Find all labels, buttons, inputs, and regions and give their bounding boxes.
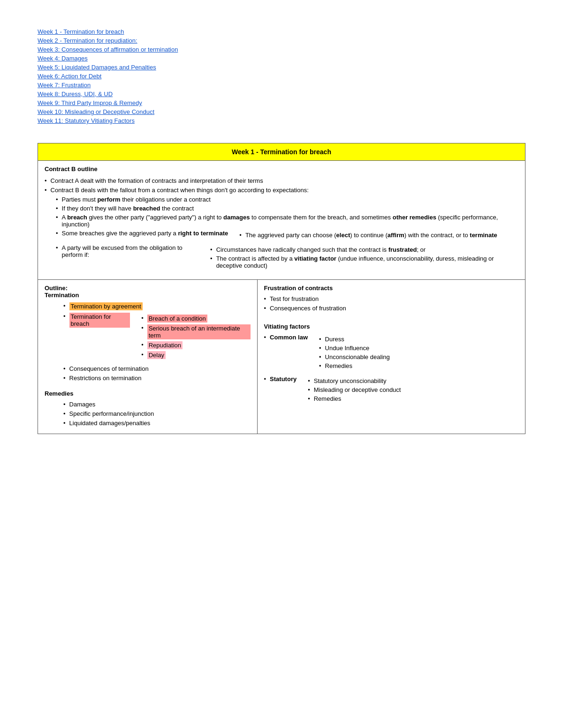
bullet-text: The contract is affected by a vitiating … bbox=[216, 255, 518, 269]
toc-link-week8[interactable]: Week 8: Duress, UDI, & UD bbox=[38, 90, 525, 98]
list-item: Common law Duress Undue Influence Uncons… bbox=[264, 334, 518, 373]
sub-sub-list: The aggrieved party can choose (elect) t… bbox=[239, 232, 497, 240]
toc-link-week9[interactable]: Week 9: Third Party Improp & Remedy bbox=[38, 99, 525, 106]
bullet-text: Breach of a condition bbox=[147, 315, 207, 323]
bullet-text: Contract B deals with the fallout from a… bbox=[51, 187, 309, 194]
bullet-text: Delay bbox=[147, 351, 166, 359]
statutory-list: Statutory unconscionability Misleading o… bbox=[308, 377, 401, 404]
bullet-text: Misleading or deceptive conduct bbox=[314, 386, 401, 393]
bullet-text: Some breaches give the aggrieved party a… bbox=[62, 230, 228, 237]
table-header-row: Week 1 - Termination for breach bbox=[38, 143, 525, 161]
list-item: Serious breach of an intermediate term bbox=[141, 324, 250, 339]
contract-b-title: Contract B outline bbox=[45, 165, 518, 173]
list-item: Misleading or deceptive conduct bbox=[308, 386, 401, 393]
list-item: Unconscionable dealing bbox=[319, 353, 390, 360]
contract-b-sub-list: Parties must perform their obligations u… bbox=[56, 196, 518, 273]
list-item: Delay bbox=[141, 351, 250, 359]
bullet-text: Consequences of termination bbox=[69, 365, 149, 372]
toc-link-week11[interactable]: Week 11: Statutory Vitiating Factors bbox=[38, 117, 525, 124]
list-item: Remedies bbox=[319, 362, 390, 369]
bullet-text: The aggrieved party can choose (elect) t… bbox=[245, 232, 497, 239]
list-item: Parties must perform their obligations u… bbox=[56, 196, 518, 203]
contract-b-row: Contract B outline Contract A dealt with… bbox=[38, 161, 525, 280]
list-item: A party will be excused from the obligat… bbox=[56, 244, 518, 273]
bullet-text: Serious breach of an intermediate term bbox=[147, 324, 251, 339]
bullet-text: Termination for breach bbox=[69, 313, 130, 328]
common-law-title: Common law bbox=[270, 334, 308, 341]
list-item: If they don't they will have breached th… bbox=[56, 205, 518, 212]
list-item: Undue Influence bbox=[319, 345, 390, 352]
week-title: Week 1 - Termination for breach bbox=[38, 143, 525, 161]
list-item: Contract A dealt with the formation of c… bbox=[45, 177, 518, 184]
termination-sub-list: Breach of a condition Serious breach of … bbox=[141, 315, 250, 361]
bullet-text: Statutory unconscionability bbox=[314, 377, 387, 384]
toc-link-week4[interactable]: Week 4: Damages bbox=[38, 55, 525, 62]
contract-b-list: Contract A dealt with the formation of c… bbox=[45, 177, 518, 194]
outline-header: Outline: Termination bbox=[45, 285, 251, 299]
bullet-text: Undue Influence bbox=[325, 345, 370, 352]
list-item: The contract is affected by a vitiating … bbox=[210, 255, 518, 269]
bullet-text: Circumstances have radically changed suc… bbox=[216, 246, 426, 253]
list-item: A breach gives the other party ("aggriev… bbox=[56, 214, 518, 228]
list-item: Some breaches give the aggrieved party a… bbox=[56, 230, 518, 242]
list-item: Test for frustration bbox=[264, 295, 518, 302]
list-item: Specific performance/injunction bbox=[63, 410, 251, 417]
bullet-text: Duress bbox=[325, 336, 344, 343]
list-item: Contract B deals with the fallout from a… bbox=[45, 187, 518, 194]
frustration-col: Frustration of contracts Test for frustr… bbox=[257, 280, 525, 434]
bullet-text: Unconscionable dealing bbox=[325, 353, 390, 360]
toc-link-week10[interactable]: Week 10: Misleading or Deceptive Conduct bbox=[38, 108, 525, 115]
outline-title: Outline: bbox=[45, 285, 68, 292]
bullet-text: Damages bbox=[69, 401, 96, 408]
bullet-text: A party will be excused from the obligat… bbox=[62, 244, 199, 258]
main-content-table: Week 1 - Termination for breach Contract… bbox=[38, 143, 525, 434]
list-item: Consequences of termination bbox=[63, 365, 251, 372]
outline-col: Outline: Termination Termination by agre… bbox=[38, 280, 258, 434]
bullet-text: Parties must perform their obligations u… bbox=[62, 196, 211, 203]
remedies-list: Damages Specific performance/injunction … bbox=[63, 401, 251, 427]
table-of-contents: Week 1 - Termination for breach Week 2 -… bbox=[38, 28, 525, 124]
bullet-text: Liquidated damages/penalties bbox=[69, 420, 151, 427]
outline-subtitle: Termination bbox=[45, 292, 79, 299]
two-col-row: Outline: Termination Termination by agre… bbox=[38, 280, 525, 434]
bullet-text: Specific performance/injunction bbox=[69, 410, 154, 417]
bullet-text: Test for frustration bbox=[270, 295, 319, 302]
bullet-text: If they don't they will have breached th… bbox=[62, 205, 194, 212]
bullet-text: Remedies bbox=[325, 362, 353, 369]
toc-link-week3[interactable]: Week 3: Consequences of affirmation or t… bbox=[38, 46, 525, 53]
bullet-text: A breach gives the other party ("aggriev… bbox=[62, 214, 518, 228]
toc-link-week2[interactable]: Week 2 - Termination for repudiation: bbox=[38, 37, 525, 44]
list-item: The aggrieved party can choose (elect) t… bbox=[239, 232, 497, 239]
toc-link-week5[interactable]: Week 5: Liquidated Damages and Penalties bbox=[38, 64, 525, 71]
outline-list: Termination by agreement Termination for… bbox=[63, 302, 251, 382]
bullet-text: Remedies bbox=[314, 395, 342, 402]
list-item: Damages bbox=[63, 401, 251, 408]
frustration-list: Test for frustration Consequences of fru… bbox=[264, 295, 518, 312]
list-item: Termination for breach Breach of a condi… bbox=[63, 313, 251, 363]
list-item: Duress bbox=[319, 336, 390, 343]
bullet-text: Restrictions on termination bbox=[69, 375, 142, 382]
common-law-list: Duress Undue Influence Unconscionable de… bbox=[319, 336, 390, 371]
vitiating-list: Common law Duress Undue Influence Uncons… bbox=[264, 334, 518, 406]
list-item: Statutory unconscionability bbox=[308, 377, 401, 384]
contract-b-section: Contract B outline Contract A dealt with… bbox=[38, 161, 525, 280]
frustration-title: Frustration of contracts bbox=[264, 285, 518, 292]
bullet-text: Consequences of frustration bbox=[270, 305, 346, 312]
list-item: Breach of a condition bbox=[141, 315, 250, 323]
toc-link-week6[interactable]: Week 6: Action for Debt bbox=[38, 73, 525, 80]
list-item: Termination by agreement bbox=[63, 302, 251, 310]
list-item: Liquidated damages/penalties bbox=[63, 420, 251, 427]
statutory-title: Statutory bbox=[270, 375, 297, 383]
bullet-text: Repudiation bbox=[147, 341, 183, 349]
list-item: Remedies bbox=[308, 395, 401, 402]
toc-link-week7[interactable]: Week 7: Frustration bbox=[38, 82, 525, 89]
bullet-text: Contract A dealt with the formation of c… bbox=[51, 177, 263, 184]
list-item: Repudiation bbox=[141, 341, 250, 349]
toc-link-week1[interactable]: Week 1 - Termination for breach bbox=[38, 28, 525, 35]
list-item: Consequences of frustration bbox=[264, 305, 518, 312]
remedies-title: Remedies bbox=[45, 390, 251, 397]
list-item: Circumstances have radically changed suc… bbox=[210, 246, 518, 253]
excused-sub-list: Circumstances have radically changed suc… bbox=[210, 246, 518, 271]
list-item: Restrictions on termination bbox=[63, 375, 251, 382]
vitiating-title: Vitiating factors bbox=[264, 323, 518, 330]
